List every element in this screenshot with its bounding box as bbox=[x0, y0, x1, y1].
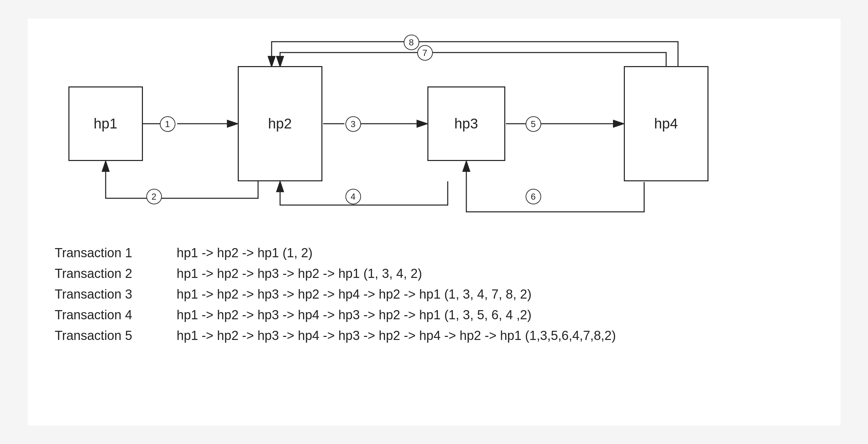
tx-label-5: Transaction 5 bbox=[55, 328, 150, 343]
circle-label-2: 2 bbox=[146, 189, 162, 204]
node-hp2: hp2 bbox=[238, 66, 322, 181]
circle-label-3: 3 bbox=[345, 116, 361, 132]
transaction-row: Transaction 2 hp1 -> hp2 -> hp3 -> hp2 -… bbox=[55, 266, 616, 281]
tx-label-2: Transaction 2 bbox=[55, 266, 150, 281]
tx-desc-2: hp1 -> hp2 -> hp3 -> hp2 -> hp1 (1, 3, 4… bbox=[177, 266, 422, 281]
circle-label-4: 4 bbox=[345, 189, 361, 204]
transaction-row: Transaction 1 hp1 -> hp2 -> hp1 (1, 2) bbox=[55, 246, 616, 260]
circle-label-8: 8 bbox=[404, 35, 419, 50]
transaction-list: Transaction 1 hp1 -> hp2 -> hp1 (1, 2) T… bbox=[55, 246, 616, 343]
tx-label-1: Transaction 1 bbox=[55, 246, 150, 260]
transaction-row: Transaction 3 hp1 -> hp2 -> hp3 -> hp2 -… bbox=[55, 287, 616, 302]
transaction-row: Transaction 4 hp1 -> hp2 -> hp3 -> hp4 -… bbox=[55, 308, 616, 322]
tx-desc-1: hp1 -> hp2 -> hp1 (1, 2) bbox=[177, 246, 313, 260]
tx-desc-5: hp1 -> hp2 -> hp3 -> hp4 -> hp3 -> hp2 -… bbox=[177, 328, 616, 343]
circle-label-6: 6 bbox=[526, 189, 541, 204]
transaction-row: Transaction 5 hp1 -> hp2 -> hp3 -> hp4 -… bbox=[55, 328, 616, 343]
circle-label-7: 7 bbox=[417, 45, 433, 61]
tx-desc-3: hp1 -> hp2 -> hp3 -> hp2 -> hp4 -> hp2 -… bbox=[177, 287, 532, 302]
tx-label-3: Transaction 3 bbox=[55, 287, 150, 302]
tx-desc-4: hp1 -> hp2 -> hp3 -> hp4 -> hp3 -> hp2 -… bbox=[177, 308, 532, 322]
node-hp4: hp4 bbox=[624, 66, 708, 181]
tx-label-4: Transaction 4 bbox=[55, 308, 150, 322]
page-container: hp1 hp2 hp3 hp4 1 2 3 4 5 6 7 bbox=[28, 19, 841, 425]
node-hp3: hp3 bbox=[427, 86, 505, 161]
node-hp1: hp1 bbox=[68, 86, 143, 161]
diagram-area: hp1 hp2 hp3 hp4 1 2 3 4 5 6 7 bbox=[48, 32, 827, 242]
circle-label-1: 1 bbox=[160, 116, 175, 132]
circle-label-5: 5 bbox=[526, 116, 541, 132]
